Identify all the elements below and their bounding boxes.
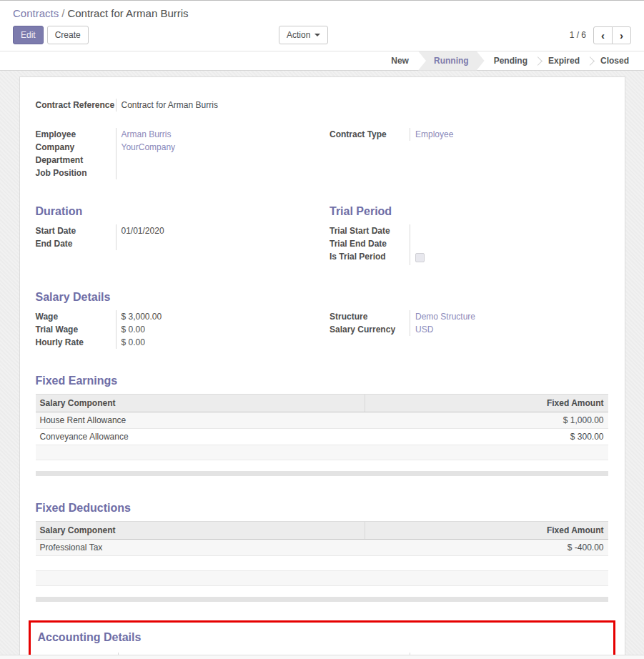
trial-end-date-label: Trial End Date xyxy=(330,237,410,250)
fixed-earnings-empty-row xyxy=(36,445,608,460)
pager-next-button[interactable]: › xyxy=(612,26,631,44)
accounting-details-annotation-box: Accounting Details Salary Journal Salary… xyxy=(29,620,615,659)
salary-currency-label: Salary Currency xyxy=(330,323,410,336)
field-wage: Wage $ 3,000.00 xyxy=(36,310,314,323)
salary-left-group: Wage $ 3,000.00 Trial Wage $ 0.00 Hourly… xyxy=(36,310,314,349)
breadcrumb: Contracts/Contract for Arman Burris xyxy=(13,7,631,19)
employee-label: Employee xyxy=(36,128,116,141)
duration-section: Duration Start Date 01/01/2020 End Date xyxy=(36,179,314,265)
breadcrumb-current: Contract for Arman Burris xyxy=(67,7,188,19)
salary-currency-value: USD xyxy=(410,323,608,336)
department-value xyxy=(116,154,314,167)
field-structure: Structure Demo Structure xyxy=(330,310,608,323)
pager-value: 1 / 6 xyxy=(570,30,586,40)
breadcrumb-parent-link[interactable]: Contracts xyxy=(13,7,59,19)
page-bottom-divider xyxy=(0,655,644,659)
action-dropdown-button[interactable]: Action xyxy=(279,26,328,44)
fixed-deductions-amount-header[interactable]: Fixed Amount xyxy=(365,522,608,540)
toolbar: Edit Create Action 1 / 6 ‹ › xyxy=(13,26,631,44)
fixed-earnings-footer-bar xyxy=(36,471,608,476)
fixed-deductions-section: Fixed Deductions Salary Component Fixed … xyxy=(36,502,608,602)
salary-details-section-title: Salary Details xyxy=(36,291,608,304)
fixed-earnings-row-1-component: House Rent Allowance xyxy=(36,412,365,429)
salary-currency-link[interactable]: USD xyxy=(415,324,433,335)
structure-link[interactable]: Demo Structure xyxy=(415,312,475,322)
fixed-deductions-row-1-amount: $ -400.00 xyxy=(365,540,608,556)
trial-start-date-value xyxy=(410,224,608,237)
field-company: Company YourCompany xyxy=(36,141,314,154)
fixed-earnings-row-1-amount: $ 1,000.00 xyxy=(365,412,608,429)
contract-reference-label: Contract Reference xyxy=(36,99,116,112)
hourly-rate-label: Hourly Rate xyxy=(36,336,116,349)
pager-buttons: ‹ › xyxy=(593,26,631,44)
top-field-group: Employee Arman Burris Company YourCompan… xyxy=(36,128,608,179)
fixed-earnings-section-title: Fixed Earnings xyxy=(36,375,608,387)
employee-value: Arman Burris xyxy=(116,128,314,141)
trial-period-section-title: Trial Period xyxy=(330,205,608,218)
fixed-deductions-footer-bar xyxy=(36,597,608,602)
field-job-position: Job Position xyxy=(36,167,314,179)
contract-type-link[interactable]: Employee xyxy=(415,129,453,139)
trial-wage-label: Trial Wage xyxy=(36,323,116,336)
field-trial-wage: Trial Wage $ 0.00 xyxy=(36,323,314,336)
fixed-earnings-row-1[interactable]: House Rent Allowance $ 1,000.00 xyxy=(36,412,608,429)
statusbar-step-closed[interactable]: Closed xyxy=(591,51,638,71)
trial-start-date-label: Trial Start Date xyxy=(330,224,410,237)
duration-trial-group: Duration Start Date 01/01/2020 End Date … xyxy=(36,179,608,265)
hourly-rate-value: $ 0.00 xyxy=(116,336,314,349)
fixed-earnings-amount-header[interactable]: Fixed Amount xyxy=(365,395,608,412)
statusbar-step-running-active[interactable]: Running xyxy=(418,51,485,71)
contract-type-value: Employee xyxy=(410,128,608,141)
trial-end-date-value xyxy=(410,237,608,250)
empty-cell xyxy=(36,556,365,571)
fixed-earnings-row-2[interactable]: Conveyance Allowance $ 300.00 xyxy=(36,429,608,445)
statusbar-step-pending[interactable]: Pending xyxy=(485,51,537,71)
company-link[interactable]: YourCompany xyxy=(122,142,176,152)
field-is-trial-period: Is Trial Period xyxy=(330,250,608,265)
wage-value: $ 3,000.00 xyxy=(116,310,314,323)
field-employee: Employee Arman Burris xyxy=(36,128,314,141)
action-dropdown-label: Action xyxy=(287,31,310,39)
trial-wage-value: $ 0.00 xyxy=(116,323,314,336)
breadcrumb-separator: / xyxy=(59,7,67,19)
statusbar-step-new[interactable]: New xyxy=(382,51,418,71)
field-salary-currency: Salary Currency USD xyxy=(330,323,608,336)
fixed-deductions-empty-row xyxy=(36,556,608,571)
end-date-label: End Date xyxy=(36,237,116,250)
end-date-value xyxy=(116,237,314,250)
contract-type-label: Contract Type xyxy=(330,128,410,141)
is-trial-period-checkbox[interactable] xyxy=(415,253,425,262)
fixed-deductions-component-header[interactable]: Salary Component xyxy=(36,522,365,540)
fixed-deductions-row-1[interactable]: Professional Tax $ -400.00 xyxy=(36,540,608,556)
fixed-earnings-header-row: Salary Component Fixed Amount xyxy=(36,395,608,412)
control-panel: Contracts/Contract for Arman Burris Edit… xyxy=(0,0,644,51)
empty-cell xyxy=(365,571,608,586)
create-button[interactable]: Create xyxy=(47,26,89,44)
structure-label: Structure xyxy=(330,310,410,323)
pager-previous-button[interactable]: ‹ xyxy=(593,26,613,44)
fixed-earnings-table: Salary Component Fixed Amount House Rent… xyxy=(36,394,608,460)
edit-button[interactable]: Edit xyxy=(13,26,44,44)
fixed-deductions-section-title: Fixed Deductions xyxy=(36,502,608,515)
employee-link[interactable]: Arman Burris xyxy=(122,129,172,139)
salary-details-group: Wage $ 3,000.00 Trial Wage $ 0.00 Hourly… xyxy=(36,310,608,349)
is-trial-period-value xyxy=(410,250,608,265)
empty-cell xyxy=(365,445,608,460)
contract-reference-value: Contract for Arman Burris xyxy=(116,99,608,112)
chevron-right-icon: › xyxy=(620,29,623,41)
field-contract-reference: Contract Reference Contract for Arman Bu… xyxy=(36,99,608,112)
salary-details-section: Salary Details Wage $ 3,000.00 Trial Wag… xyxy=(36,291,608,349)
fixed-deductions-row-1-component: Professional Tax xyxy=(36,540,365,556)
fixed-earnings-row-2-amount: $ 300.00 xyxy=(365,429,608,445)
field-trial-end-date: Trial End Date xyxy=(330,237,608,250)
trial-period-section: Trial Period Trial Start Date Trial End … xyxy=(330,179,608,265)
accounting-details-section-title: Accounting Details xyxy=(38,631,606,644)
structure-value: Demo Structure xyxy=(410,310,608,323)
job-position-label: Job Position xyxy=(36,167,116,179)
is-trial-period-label: Is Trial Period xyxy=(330,250,410,265)
statusbar-step-expired[interactable]: Expired xyxy=(539,51,589,71)
fixed-earnings-row-2-component: Conveyance Allowance xyxy=(36,429,365,445)
chevron-left-icon: ‹ xyxy=(601,29,605,41)
fixed-earnings-component-header[interactable]: Salary Component xyxy=(36,395,365,412)
form-view: Contract Reference Contract for Arman Bu… xyxy=(0,71,644,659)
